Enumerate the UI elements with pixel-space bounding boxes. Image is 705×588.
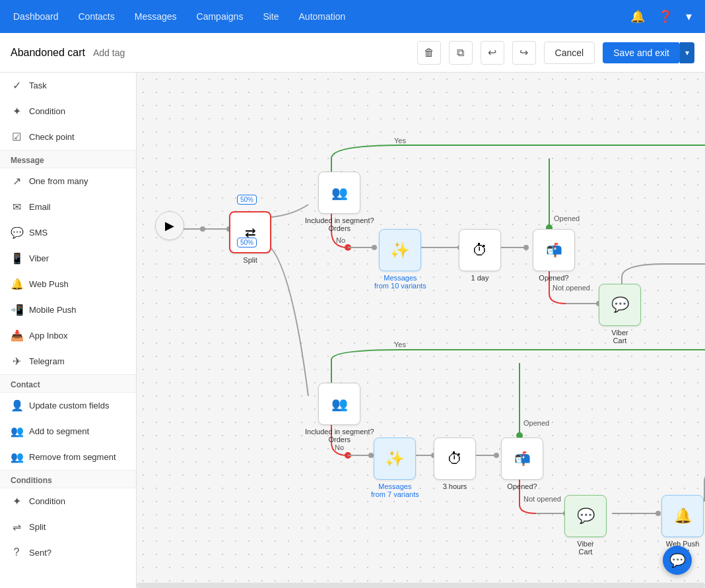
start-node[interactable]: ▶ (155, 211, 184, 240)
sidebar-label-viber: Viber (29, 253, 49, 263)
undo-button[interactable]: ↩ (481, 41, 504, 65)
svg-text:Not opened: Not opened (553, 284, 590, 292)
viber-node-1[interactable]: 💬 ViberCart (599, 284, 641, 344)
sidebar-label-one-from-many: One from many (29, 176, 88, 186)
segment-node-1[interactable]: 👥 Included in segment?Orders (305, 172, 374, 232)
email-icon: ✉ (11, 201, 22, 213)
sidebar-item-viber[interactable]: 📱 Viber (0, 245, 136, 271)
sidebar-item-sms[interactable]: 💬 SMS (0, 220, 136, 245)
svg-text:Yes: Yes (394, 341, 406, 348)
delete-button[interactable]: 🗑 (417, 41, 441, 65)
sidebar-item-checkpoint[interactable]: ☑ Check point (0, 124, 136, 150)
mobilepush-icon: 📲 (11, 304, 22, 316)
svg-text:Yes: Yes (394, 137, 406, 145)
nav-item-site[interactable]: Site (263, 11, 279, 22)
sidebar-item-update-custom-fields[interactable]: 👤 Update custom fields (0, 393, 136, 418)
sidebar-label-condition: Condition (29, 106, 65, 116)
svg-point-31 (494, 453, 499, 458)
viber-label-2: ViberCart (577, 540, 593, 556)
sidebar-label-task: Task (29, 81, 47, 90)
svg-point-14 (523, 245, 529, 250)
messages-label-2: Messagesfrom 7 variants (371, 482, 419, 498)
sidebar-item-appinbox[interactable]: 📥 App Inbox (0, 323, 136, 348)
sidebar-label-remove-segment: Remove from segment (29, 452, 116, 462)
condition-icon: ✦ (11, 105, 22, 117)
split-badge-top: 50% (237, 195, 257, 205)
remove-segment-icon: 👥 (11, 451, 22, 463)
save-exit-button[interactable]: Save and exit (603, 42, 680, 63)
sidebar-item-split[interactable]: ⇌ Split (0, 514, 136, 540)
nav-item-dashboard[interactable]: Dashboard (13, 11, 59, 22)
delay-label-2: 3 hours (443, 482, 467, 490)
sidebar-item-email[interactable]: ✉ Email (0, 194, 136, 220)
sidebar-label-sent: Sent? (29, 548, 51, 558)
save-exit-dropdown-button[interactable]: ▾ (680, 42, 694, 63)
add-segment-icon: 👥 (11, 425, 22, 438)
delay-label-1: 1 day (471, 274, 489, 282)
segment-node-2[interactable]: 👥 Included in segment?Orders (305, 383, 374, 443)
svg-point-1 (200, 226, 205, 232)
sidebar-item-webpush[interactable]: 🔔 Web Push (0, 271, 136, 297)
sms-icon: 💬 (11, 226, 22, 239)
split-label: Split (243, 256, 257, 264)
task-icon: ✓ (11, 79, 22, 92)
add-tag-button[interactable]: Add tag (93, 48, 125, 58)
svg-text:Not opened: Not opened (523, 495, 561, 503)
sidebar-label-sms: SMS (29, 228, 48, 238)
nav-item-automation[interactable]: Automation (299, 11, 346, 22)
segment-label-2: Included in segment?Orders (305, 428, 374, 443)
sidebar-item-remove-from-segment[interactable]: 👥 Remove from segment (0, 444, 136, 470)
viber-label-1: ViberCart (611, 329, 628, 344)
sidebar-item-sent[interactable]: ? Sent? (0, 540, 136, 565)
sidebar-item-telegram[interactable]: ✈ Telegram (0, 348, 136, 374)
update-fields-icon: 👤 (11, 399, 22, 412)
checkpoint-icon: ☑ (11, 131, 22, 143)
opened-node-1[interactable]: 📬 Opened? (533, 229, 575, 282)
redo-button[interactable]: ↪ (512, 41, 536, 65)
main-layout: ✓ Task ✦ Condition ☑ Check point Message… (0, 73, 705, 588)
sidebar-section-contact: Contact (0, 374, 136, 393)
nav-item-campaigns[interactable]: Campaigns (197, 11, 244, 22)
page-title: Abandoned cart (11, 47, 85, 59)
notification-icon[interactable]: 🔔 (630, 9, 645, 24)
sidebar-label-condition2: Condition (29, 496, 65, 506)
svg-text:No: No (336, 236, 345, 244)
one-from-many-icon: ↗ (11, 175, 22, 187)
help-icon[interactable]: ❓ (658, 9, 673, 24)
messages-node-2[interactable]: ✨ Messagesfrom 7 variants (371, 438, 419, 498)
sidebar-item-task[interactable]: ✓ Task (0, 73, 136, 98)
messages-label-1: Messagesfrom 10 variants (374, 274, 426, 290)
chat-button[interactable]: 💬 (663, 546, 692, 575)
copy-button[interactable]: ⧉ (449, 41, 473, 65)
webpush-icon: 🔔 (11, 278, 22, 290)
canvas-scrollbar[interactable] (137, 583, 705, 588)
condition2-icon: ✦ (11, 495, 22, 507)
svg-point-6 (345, 244, 351, 251)
sidebar-item-condition[interactable]: ✦ Condition (0, 98, 136, 124)
sidebar-item-one-from-many[interactable]: ↗ One from many (0, 168, 136, 194)
opened-node-2[interactable]: 📬 Opened? (501, 438, 543, 490)
toolbar: Abandoned cart Add tag 🗑 ⧉ ↩ ↪ Cancel Sa… (0, 33, 705, 73)
account-dropdown-icon[interactable]: ▾ (686, 9, 692, 24)
sidebar-item-condition2[interactable]: ✦ Condition (0, 488, 136, 514)
viber-node-2[interactable]: 💬 ViberCart (564, 495, 607, 556)
sidebar-label-telegram: Telegram (29, 356, 64, 366)
nav-item-contacts[interactable]: Contacts (79, 11, 115, 22)
delay-node-2[interactable]: ⏱ 3 hours (434, 438, 476, 490)
sidebar-item-add-to-segment[interactable]: 👥 Add to segment (0, 418, 136, 444)
telegram-icon: ✈ (11, 355, 22, 368)
opened-label-q1: Opened? (539, 274, 568, 282)
sidebar-section-message: Message (0, 150, 136, 168)
canvas[interactable]: No Yes Opened Not opened (137, 73, 705, 588)
viber-icon: 📱 (11, 252, 22, 265)
sidebar-label-split: Split (29, 522, 46, 532)
nav-item-messages[interactable]: Messages (135, 11, 177, 22)
sidebar-item-mobilepush[interactable]: 📲 Mobile Push (0, 297, 136, 323)
sidebar-label-appinbox: App Inbox (29, 331, 68, 341)
cancel-button[interactable]: Cancel (544, 42, 595, 64)
sidebar-label-email: Email (29, 202, 51, 212)
sent-icon: ? (11, 546, 22, 558)
delay-node-1[interactable]: ⏱ 1 day (459, 229, 501, 282)
top-nav: Dashboard Contacts Messages Campaigns Si… (0, 0, 705, 33)
messages-node-1[interactable]: ✨ Messagesfrom 10 variants (374, 229, 426, 290)
